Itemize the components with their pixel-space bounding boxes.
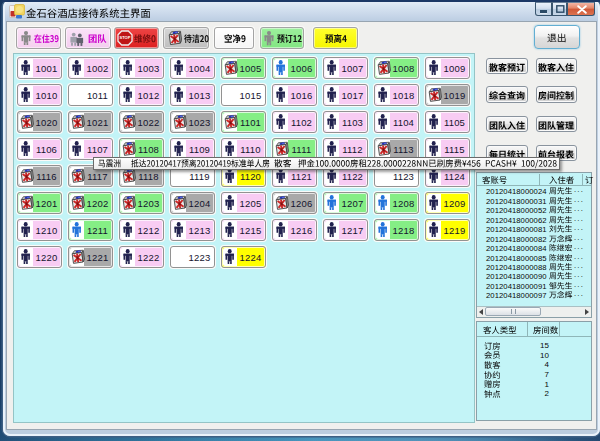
svg-text:STOP: STOP <box>119 35 130 40</box>
